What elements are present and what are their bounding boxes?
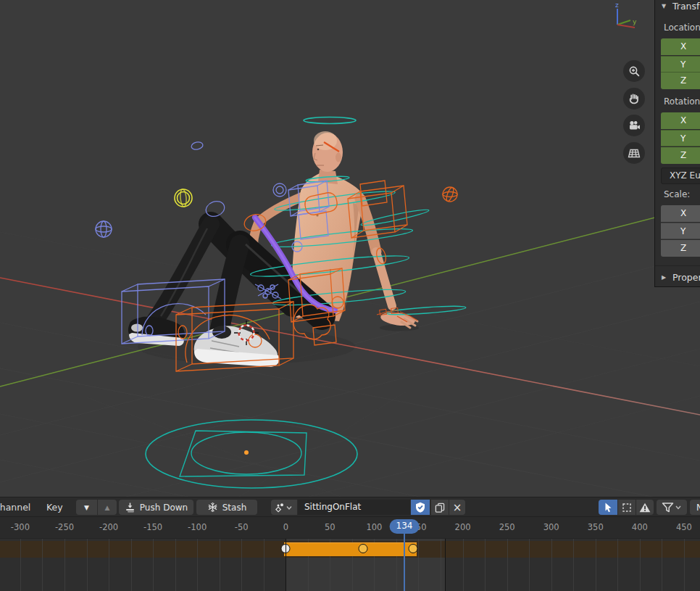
channel-menu[interactable]: Channel — [0, 497, 30, 517]
funnel-icon — [662, 502, 682, 513]
keyframe-dot[interactable] — [358, 544, 367, 553]
keyframe-dot[interactable] — [409, 544, 418, 553]
normalize-button[interactable]: N — [690, 500, 700, 515]
only-show-selected-button[interactable] — [599, 500, 617, 515]
gridline — [64, 539, 65, 591]
push-down-icon — [125, 502, 136, 513]
ruler-tick: 450 — [676, 522, 692, 532]
camera-icon — [628, 120, 641, 131]
pan-button[interactable] — [623, 88, 645, 109]
grid-icon — [628, 148, 641, 159]
duplicate-icon — [435, 503, 445, 513]
n-panel-sidebar: ▼ Transform Location: X Y Z Rotation: X … — [654, 0, 700, 287]
collapse-triangle-icon: ▼ — [662, 0, 666, 12]
unlink-action-button[interactable]: × — [449, 500, 465, 515]
gridline — [418, 539, 419, 591]
gizmo-z-label: z — [615, 1, 619, 9]
camera-view-button[interactable] — [623, 115, 645, 136]
current-frame-badge[interactable]: 134 — [390, 519, 420, 534]
scale-z-field[interactable]: Z — [661, 240, 700, 257]
location-x-field[interactable]: X — [661, 38, 700, 55]
location-y-field[interactable]: Y — [661, 56, 700, 73]
scale-y-field[interactable]: Y — [661, 223, 700, 239]
rotation-mode-dropdown[interactable]: XYZ Euler — [661, 168, 700, 184]
ruler-tick: 200 — [455, 522, 471, 532]
timeline-area: -300-250-200-150-100-5005010015020025030… — [0, 517, 700, 591]
properties-panel-title: Properties — [672, 271, 700, 284]
normalize-label: N — [696, 503, 700, 513]
ruler-tick: -100 — [188, 522, 207, 532]
snowflake-icon — [207, 502, 218, 513]
fake-user-toggle[interactable] — [411, 500, 430, 515]
range-boundary-line — [286, 539, 286, 591]
blender-window: z y — [0, 0, 700, 591]
rotation-label: Rotation: — [664, 96, 700, 107]
frame-ruler[interactable]: -300-250-200-150-100-5005010015020025030… — [0, 517, 700, 539]
push-down-button[interactable]: Push Down — [119, 500, 193, 515]
gridline — [640, 539, 641, 591]
gridline — [573, 539, 574, 591]
channel-move-up-button[interactable]: ▲ — [98, 500, 117, 515]
gridline — [507, 539, 508, 591]
triangle-down-icon: ▼ — [84, 504, 89, 511]
gridline — [20, 539, 21, 591]
axis-gizmo[interactable]: z y — [604, 0, 641, 35]
gridline — [264, 539, 264, 591]
expand-triangle-icon: ▶ — [662, 271, 666, 284]
scene-canvas — [0, 0, 700, 497]
filter-button[interactable] — [657, 500, 687, 515]
gridline — [551, 539, 552, 591]
ruler-tick: -250 — [55, 522, 74, 532]
3d-viewport[interactable]: z y — [0, 0, 700, 497]
panel-separator — [655, 265, 700, 266]
ruler-tick: -150 — [143, 522, 162, 532]
gridline — [684, 539, 685, 591]
zoom-button[interactable] — [623, 60, 645, 82]
transform-panel-header[interactable]: ▼ Transform — [655, 0, 700, 12]
show-errors-button[interactable] — [636, 500, 654, 515]
ruler-tick: 400 — [632, 522, 648, 532]
dashed-box-icon — [622, 503, 632, 513]
gridline — [441, 539, 441, 591]
playhead[interactable] — [404, 534, 405, 591]
scale-label: Scale: — [664, 189, 690, 199]
push-down-label: Push Down — [140, 503, 188, 513]
stash-button[interactable]: Stash — [196, 500, 257, 515]
browse-action-button[interactable] — [271, 500, 297, 515]
hand-icon — [628, 93, 640, 104]
chevron-down-icon — [287, 506, 291, 509]
ruler-tick: -300 — [11, 522, 30, 532]
gridline — [662, 539, 662, 591]
channel-move-down-button[interactable]: ▼ — [76, 500, 97, 515]
gridline — [109, 539, 109, 591]
properties-panel-header[interactable]: ▶ Properties — [655, 271, 700, 284]
rotation-z-field[interactable]: Z — [661, 147, 700, 164]
gridline — [131, 539, 132, 591]
rotation-y-field[interactable]: Y — [661, 130, 700, 146]
gridline — [596, 539, 596, 591]
location-z-field[interactable]: Z — [661, 73, 700, 89]
ruler-tick: 50 — [325, 522, 336, 532]
key-menu[interactable]: Key — [46, 497, 63, 517]
action-name-field[interactable]: SittingOnFlat — [298, 500, 410, 515]
gizmo-y-label: y — [633, 18, 637, 25]
ruler-tick: -50 — [235, 522, 249, 532]
ruler-tick: 0 — [283, 522, 288, 532]
new-action-button[interactable] — [431, 500, 449, 515]
gridline — [241, 539, 242, 591]
ortho-grid-button[interactable] — [623, 142, 645, 164]
ruler-tick: 300 — [543, 522, 559, 532]
gridline — [463, 539, 464, 591]
rotation-x-field[interactable]: X — [661, 112, 700, 129]
ruler-tick: 350 — [588, 522, 604, 532]
action-icon — [275, 503, 293, 513]
shield-check-icon — [415, 502, 425, 513]
warning-icon — [639, 503, 651, 513]
action-range-bar[interactable] — [284, 542, 417, 556]
dopesheet-tracks[interactable] — [0, 539, 700, 591]
gridline — [220, 539, 220, 591]
scale-x-field[interactable]: X — [661, 205, 700, 222]
chevron-down-icon — [676, 506, 680, 508]
show-hidden-button[interactable] — [618, 500, 636, 515]
gridline — [87, 539, 88, 591]
